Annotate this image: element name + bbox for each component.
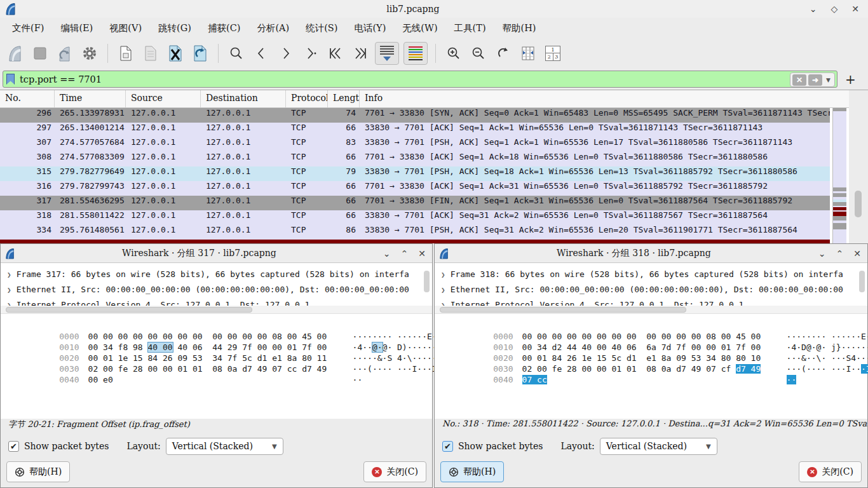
layout-select[interactable]: Vertical (Stacked)▼	[166, 438, 283, 455]
zoom-in-icon[interactable]	[444, 42, 464, 65]
tree-row[interactable]: ❯Internet Protocol Version 4, Src: 127.0…	[441, 297, 867, 306]
close-icon[interactable]: ✕	[853, 248, 861, 259]
menu-item[interactable]: 统计(S)	[297, 20, 346, 37]
help-button[interactable]: 帮助(H)	[440, 461, 504, 482]
unshade-icon[interactable]: ⌃	[401, 248, 409, 259]
packet-list-scrollbar[interactable]	[849, 90, 868, 243]
auto-scroll-icon[interactable]	[375, 42, 399, 65]
column-header-no[interactable]: No.	[0, 90, 55, 107]
column-header-protocol[interactable]: Protocol	[286, 90, 328, 107]
hex-bytes[interactable]: 00 00 00 00 00 00 00 00 00 00 00 00 08 0…	[522, 331, 771, 342]
hex-ascii[interactable]: ···&··\· ···S4···	[787, 353, 868, 363]
save-file-icon[interactable]	[140, 42, 161, 65]
scrollbar-thumb[interactable]	[440, 307, 686, 313]
open-file-icon[interactable]	[116, 42, 136, 65]
display-filter-input[interactable]: tcp.port == 7701 ✕ ➜ ▼	[3, 71, 837, 88]
scrollbar-thumb[interactable]	[855, 191, 862, 217]
show-packet-bytes-checkbox[interactable]: ✔	[442, 441, 453, 452]
menu-item[interactable]: 电话(Y)	[346, 20, 394, 37]
tree-row[interactable]: ❯Ethernet II, Src: 00:00:00_00:00:00 (00…	[441, 282, 867, 297]
packet-row[interactable]: 297 265.134001214 127.0.0.1 127.0.0.1 TC…	[0, 123, 830, 137]
tree-row[interactable]: ❯Frame 318: 66 bytes on wire (528 bits),…	[441, 267, 867, 282]
column-header-info[interactable]: Info	[360, 90, 868, 107]
zoom-reset-icon[interactable]	[493, 42, 513, 65]
tree-horizontal-scrollbar[interactable]	[435, 306, 867, 314]
hex-bytes[interactable]: 00 e0	[88, 374, 337, 385]
menu-item[interactable]: 文件(F)	[4, 20, 52, 37]
hex-bytes[interactable]: 00 01 84 26 1e 15 5c d1 e1 8a 09 53 34 8…	[522, 353, 771, 363]
packet-row[interactable]: 334 295.761480561 127.0.0.1 127.0.0.1 TC…	[0, 225, 830, 240]
hex-ascii[interactable]: ·4·D@·@· j}······	[787, 342, 868, 353]
hex-ascii[interactable]: ·4··@·@· D)······	[353, 342, 437, 353]
expander-icon[interactable]: ❯	[441, 286, 445, 294]
go-last-icon[interactable]	[350, 42, 370, 65]
layout-select[interactable]: Vertical (Stacked)▼	[600, 438, 717, 455]
packet-row[interactable]: 317 281.554636295 127.0.0.1 127.0.0.1 TC…	[0, 196, 830, 210]
hex-ascii[interactable]: ··	[353, 374, 363, 385]
packet-row[interactable]: 318 281.558011422 127.0.0.1 127.0.0.1 TC…	[0, 210, 830, 225]
menu-item[interactable]: 帮助(H)	[494, 20, 545, 37]
hex-bytes[interactable]: 00 00 00 00 00 00 00 00 00 00 00 00 08 0…	[88, 331, 337, 342]
packet-row[interactable]: 315 279.782779649 127.0.0.1 127.0.0.1 TC…	[0, 166, 830, 181]
hex-row[interactable]: 000000 00 00 00 00 00 00 00 00 00 00 00 …	[444, 320, 867, 331]
hex-bytes[interactable]: 00 34 f8 98 40 00 40 06 44 29 7f 00 00 0…	[88, 342, 337, 353]
hex-ascii[interactable]: ···(···· ···I···I	[787, 363, 868, 374]
hex-ascii[interactable]: ··	[787, 374, 797, 385]
expander-icon[interactable]: ❯	[7, 271, 11, 279]
close-button[interactable]: ✕关闭(C)	[363, 461, 426, 482]
tree-scrollbar-thumb[interactable]	[859, 271, 865, 292]
hex-bytes[interactable]: 07 cc	[522, 374, 771, 385]
tree-row[interactable]: ❯Internet Protocol Version 4, Src: 127.0…	[7, 297, 432, 306]
shade-icon[interactable]: ⌄	[818, 248, 826, 259]
stop-capture-icon[interactable]	[30, 42, 50, 65]
minimize-icon[interactable]: ⌄	[810, 4, 817, 14]
menu-item[interactable]: 工具(T)	[446, 20, 494, 37]
filter-add-button[interactable]: +	[845, 72, 856, 87]
help-button[interactable]: 帮助(H)	[6, 461, 70, 482]
menu-item[interactable]: 捕获(C)	[200, 20, 248, 37]
scrollbar-thumb[interactable]	[6, 307, 252, 313]
go-first-icon[interactable]	[325, 42, 346, 65]
show-packet-bytes-checkbox[interactable]: ✔	[8, 441, 19, 452]
restart-capture-fin-icon[interactable]	[55, 42, 75, 65]
hex-bytes[interactable]: 02 00 fe 28 00 00 01 01 08 0a d7 49 07 c…	[522, 363, 771, 374]
intelligent-scrollbar-minimap[interactable]	[832, 108, 846, 243]
packet-row[interactable]: 316 279.782799743 127.0.0.1 127.0.0.1 TC…	[0, 181, 830, 196]
filter-apply-icon[interactable]: ➜	[808, 74, 822, 86]
tree-row[interactable]: ❯Frame 317: 66 bytes on wire (528 bits),…	[7, 267, 432, 282]
column-header-source[interactable]: Source	[126, 90, 201, 107]
filter-dropdown-icon[interactable]: ▼	[824, 77, 832, 83]
menu-item[interactable]: 无线(W)	[394, 20, 445, 37]
column-layout-icon[interactable]: 123	[543, 42, 563, 65]
hex-ascii[interactable]: ···(···· ···I···I	[353, 363, 437, 374]
colorize-icon[interactable]	[403, 42, 428, 65]
close-icon[interactable]: ✕	[851, 4, 859, 14]
expander-icon[interactable]: ❯	[441, 301, 445, 306]
hex-bytes[interactable]: 00 01 1e 15 84 26 09 53 34 7f 5c d1 e1 8…	[88, 353, 337, 363]
shade-icon[interactable]: ⌄	[383, 248, 391, 259]
column-header-destination[interactable]: Destination	[201, 90, 286, 107]
column-header-time[interactable]: Time	[55, 90, 126, 107]
go-forward-icon[interactable]	[276, 42, 296, 65]
close-icon[interactable]: ✕	[418, 248, 426, 259]
reload-file-icon[interactable]	[190, 42, 210, 65]
menu-item[interactable]: 分析(A)	[248, 20, 297, 37]
packet-row[interactable]: 308 274.577083309 127.0.0.1 127.0.0.1 TC…	[0, 152, 830, 166]
bookmark-icon[interactable]	[6, 74, 15, 85]
filter-clear-icon[interactable]: ✕	[792, 74, 806, 86]
tree-scrollbar-thumb[interactable]	[424, 271, 430, 292]
zoom-out-icon[interactable]	[468, 42, 489, 65]
expander-icon[interactable]: ❯	[7, 301, 11, 306]
expander-icon[interactable]: ❯	[7, 286, 11, 294]
menu-item[interactable]: 跳转(G)	[150, 20, 200, 37]
menu-item[interactable]: 编辑(E)	[52, 20, 101, 37]
hex-row[interactable]: 000000 00 00 00 00 00 00 00 00 00 00 00 …	[10, 320, 432, 331]
go-to-packet-icon[interactable]	[301, 42, 321, 65]
tree-horizontal-scrollbar[interactable]	[1, 306, 432, 314]
find-packet-icon[interactable]	[226, 42, 247, 65]
unshade-icon[interactable]: ⌃	[836, 248, 844, 259]
hex-ascii[interactable]: ········ ······E·	[353, 331, 437, 342]
menu-item[interactable]: 视图(V)	[101, 20, 150, 37]
hex-ascii[interactable]: ·····&·S 4·\·····	[353, 353, 437, 363]
close-file-icon[interactable]	[165, 42, 186, 65]
